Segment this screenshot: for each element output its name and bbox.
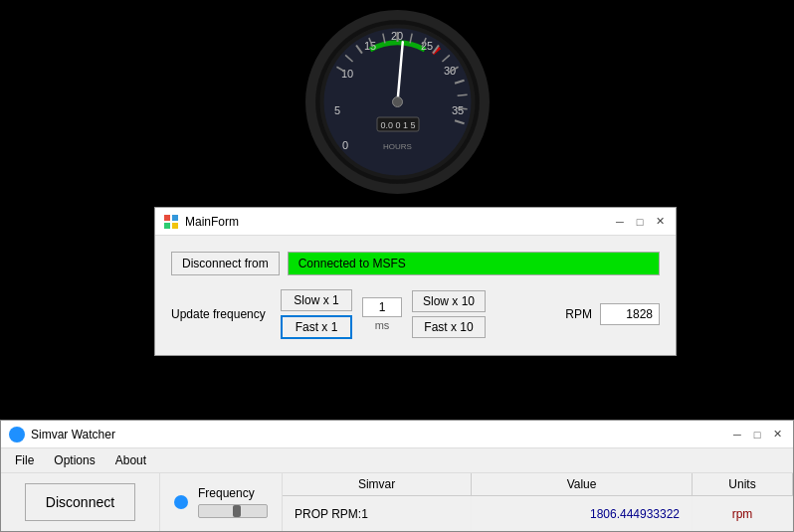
sw-title-text: Simvar Watcher bbox=[31, 428, 115, 442]
svg-rect-32 bbox=[172, 215, 178, 221]
svg-line-24 bbox=[457, 108, 467, 109]
frequency-slider[interactable] bbox=[198, 504, 268, 518]
col-simvar-header: Simvar bbox=[283, 473, 472, 496]
minimize-button[interactable]: ─ bbox=[612, 214, 628, 230]
sw-titlebar: Simvar Watcher ─ □ ✕ bbox=[1, 421, 793, 448]
header-row: Simvar Value Units bbox=[283, 473, 793, 496]
menu-about[interactable]: About bbox=[105, 450, 156, 470]
menu-file[interactable]: File bbox=[5, 450, 44, 470]
table-body: PROP RPM:1 1806.444933322 rpm bbox=[283, 496, 793, 532]
connection-status-label: Connected to MSFS bbox=[288, 252, 660, 275]
connection-dot bbox=[174, 495, 188, 509]
svg-rect-34 bbox=[172, 223, 178, 229]
svg-text:0: 0 bbox=[341, 139, 347, 151]
sw-window-controls: ─ □ ✕ bbox=[729, 427, 785, 443]
menu-options[interactable]: Options bbox=[44, 450, 104, 470]
col-value-header: Value bbox=[472, 473, 693, 496]
disconnect-from-button[interactable]: Disconnect from bbox=[171, 252, 280, 275]
freq-left-buttons: Slow x 1 Fast x 1 bbox=[281, 289, 352, 339]
sw-title-left: Simvar Watcher bbox=[9, 427, 115, 443]
col-units-header: Units bbox=[693, 473, 793, 496]
sw-body: Disconnect Frequency Simvar Value Units bbox=[1, 473, 793, 531]
connection-row: Disconnect from Connected to MSFS bbox=[171, 252, 660, 275]
main-form-titlebar: MainForm ─ □ ✕ bbox=[155, 208, 676, 236]
simvar-watcher-window: Simvar Watcher ─ □ ✕ File Options About … bbox=[0, 420, 794, 532]
svg-line-23 bbox=[457, 94, 467, 95]
svg-text:35: 35 bbox=[451, 104, 463, 116]
sw-frequency-area: Frequency bbox=[160, 473, 283, 531]
sw-app-icon bbox=[9, 427, 25, 443]
simvar-table: Simvar Value Units PROP RPM:1 1806.44493… bbox=[283, 473, 793, 531]
svg-text:HOURS: HOURS bbox=[383, 142, 412, 151]
disconnect-button[interactable]: Disconnect bbox=[25, 483, 135, 521]
rpm-label: RPM bbox=[565, 307, 592, 321]
sw-maximize-button[interactable]: □ bbox=[749, 427, 765, 443]
main-form-title: MainForm bbox=[185, 215, 239, 229]
slider-thumb bbox=[233, 505, 241, 517]
rpm-gauge: 0 5 10 15 20 25 30 35 bbox=[305, 10, 490, 194]
sw-close-button[interactable]: ✕ bbox=[769, 427, 785, 443]
table-row: PROP RPM:1 1806.444933322 rpm bbox=[283, 496, 793, 532]
svg-point-27 bbox=[392, 97, 402, 107]
frequency-section: Update frequency Slow x 1 Fast x 1 ms Sl… bbox=[171, 289, 660, 339]
simvar-units: rpm bbox=[693, 496, 793, 532]
window-controls: ─ □ ✕ bbox=[612, 214, 668, 230]
sw-disconnect-area: Disconnect bbox=[1, 473, 160, 531]
simvar-name: PROP RPM:1 bbox=[283, 496, 472, 532]
svg-text:0.0 0 1 5: 0.0 0 1 5 bbox=[380, 120, 415, 130]
sw-menubar: File Options About bbox=[1, 448, 793, 473]
sw-minimize-button[interactable]: ─ bbox=[729, 427, 745, 443]
fast-x10-button[interactable]: Fast x 10 bbox=[412, 316, 486, 338]
rpm-display: 1828 bbox=[600, 303, 660, 325]
main-form-window: MainForm ─ □ ✕ Disconnect from Connected… bbox=[154, 207, 677, 356]
slow-x1-button[interactable]: Slow x 1 bbox=[281, 289, 352, 311]
table-header: Simvar Value Units bbox=[283, 473, 793, 496]
mainform-app-icon bbox=[163, 214, 179, 230]
svg-rect-33 bbox=[164, 223, 170, 229]
frequency-ctrl-label: Frequency bbox=[198, 486, 268, 500]
slow-x10-button[interactable]: Slow x 10 bbox=[412, 290, 486, 312]
svg-text:10: 10 bbox=[340, 68, 352, 80]
simvar-value: 1806.444933322 bbox=[472, 496, 693, 532]
main-form-body: Disconnect from Connected to MSFS Update… bbox=[155, 236, 676, 355]
close-button[interactable]: ✕ bbox=[652, 214, 668, 230]
ms-label: ms bbox=[375, 319, 390, 331]
title-left: MainForm bbox=[163, 214, 239, 230]
frequency-control: Frequency bbox=[198, 486, 268, 518]
svg-text:30: 30 bbox=[443, 65, 455, 77]
svg-rect-31 bbox=[164, 215, 170, 221]
maximize-button[interactable]: □ bbox=[632, 214, 648, 230]
update-frequency-label: Update frequency bbox=[171, 307, 281, 321]
interval-input[interactable] bbox=[362, 297, 402, 317]
freq-right-buttons: Slow x 10 Fast x 10 bbox=[412, 290, 486, 338]
freq-center: ms bbox=[362, 297, 402, 331]
svg-text:5: 5 bbox=[333, 104, 339, 116]
gauge-area: 0 5 10 15 20 25 30 35 bbox=[0, 0, 794, 199]
gauge-svg: 0 5 10 15 20 25 30 35 bbox=[315, 20, 480, 184]
fast-x1-button[interactable]: Fast x 1 bbox=[281, 315, 352, 339]
rpm-section: RPM 1828 bbox=[565, 303, 660, 325]
